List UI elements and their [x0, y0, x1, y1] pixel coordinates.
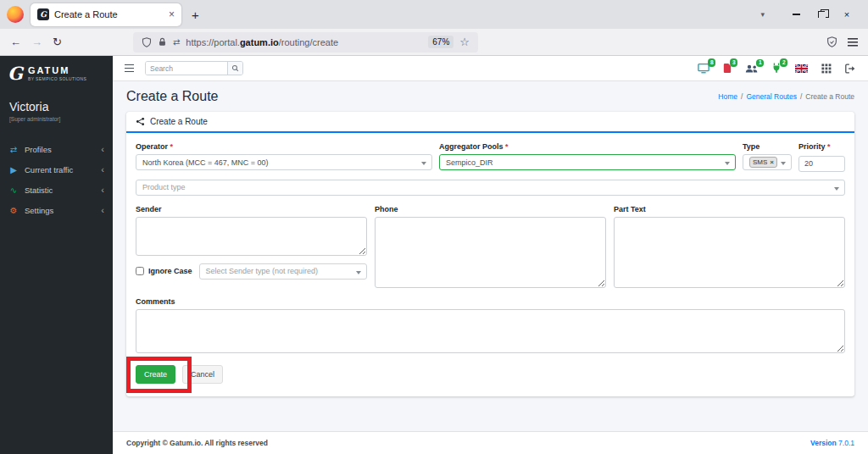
aggregator-pools-label: Aggregator Pools *: [439, 142, 736, 151]
form-row-textareas: Sender Ignore Case Select Sender type (n…: [136, 205, 845, 288]
required-asterisk: *: [827, 142, 831, 151]
comments-field: Comments: [136, 297, 845, 353]
sidebar-item-label: Profiles: [25, 145, 52, 154]
brand[interactable]: G GATUM BY SEMPICO SOLUTIONS: [0, 56, 113, 90]
sidebar-item-label: Statistic: [25, 185, 53, 195]
window-minimize-button[interactable]: [783, 0, 809, 29]
cancel-button[interactable]: Cancel: [182, 365, 223, 384]
sender-textarea[interactable]: [136, 217, 367, 256]
url-domain: gatum.io: [240, 37, 279, 47]
chevron-down-icon: [781, 162, 786, 165]
gatum-logo-icon: G: [8, 64, 23, 82]
type-tag: SMS×: [749, 157, 777, 168]
sender-type-select[interactable]: Select Sender type (not required): [199, 263, 367, 280]
version-number: 7.0.1: [838, 439, 854, 447]
priority-field: Priority *: [798, 142, 845, 172]
search-icon: [231, 64, 239, 72]
breadcrumb-general-routes[interactable]: General Routes: [746, 92, 797, 101]
tab-close-icon[interactable]: ×: [169, 8, 175, 20]
zoom-level-button[interactable]: 67%: [428, 36, 453, 48]
new-tab-button[interactable]: +: [192, 8, 199, 22]
browser-tab[interactable]: G Create a Route ×: [31, 3, 181, 26]
version-text: Version 7.0.1: [810, 439, 854, 447]
sidebar-item-settings[interactable]: ⚙ Settings ‹: [0, 200, 113, 220]
tag-remove-icon[interactable]: ×: [770, 158, 774, 166]
firefox-logo-icon[interactable]: [7, 6, 24, 23]
breadcrumb-home[interactable]: Home: [718, 92, 737, 101]
lock-icon[interactable]: [158, 37, 167, 47]
profiles-icon: ⇄: [8, 145, 19, 154]
create-button[interactable]: Create: [136, 365, 175, 384]
operator-select[interactable]: North Korea (MCC = 467, MNC = 00): [136, 154, 432, 170]
part-text-textarea[interactable]: [614, 217, 845, 288]
browser-toolbar: ← → ↻ ⇄ https://portal.gatum.io/routing/…: [0, 29, 868, 56]
aggregator-pools-select[interactable]: Sempico_DIR: [439, 154, 736, 170]
bookmark-star-icon[interactable]: ☆: [459, 36, 470, 48]
user-panel: Victoria [Super administrator]: [0, 90, 113, 125]
sidebar-item-statistic[interactable]: ∿ Statistic ‹: [0, 180, 113, 200]
page-head: Create a Route Home / General Routes / C…: [126, 89, 854, 104]
chevron-left-icon: ‹: [101, 185, 104, 195]
window-restore-button[interactable]: [809, 0, 834, 29]
chevron-down-icon: [834, 187, 839, 191]
address-bar[interactable]: ⇄ https://portal.gatum.io/routing/create…: [133, 32, 478, 53]
sidebar: G GATUM BY SEMPICO SOLUTIONS Victoria [S…: [0, 56, 113, 454]
logout-button[interactable]: [845, 64, 856, 74]
part-text-column: Part Text: [614, 205, 845, 288]
product-type-placeholder: Product type: [142, 183, 186, 191]
sender-column: Sender Ignore Case Select Sender type (n…: [136, 205, 367, 280]
user-role: [Super administrator]: [9, 116, 103, 122]
logout-icon: [845, 64, 856, 74]
chevron-left-icon: ‹: [101, 205, 104, 215]
sidebar-item-profiles[interactable]: ⇄ Profiles ‹: [0, 139, 113, 159]
ignore-case-checkbox[interactable]: [136, 267, 144, 275]
phone-textarea[interactable]: [375, 217, 606, 288]
back-button[interactable]: ←: [10, 36, 21, 48]
search-input[interactable]: [146, 62, 227, 75]
url-path: /routing/create: [279, 37, 338, 47]
part-text-label: Part Text: [614, 205, 845, 213]
aggregator-pools-field: Aggregator Pools * Sempico_DIR: [439, 142, 736, 172]
comments-label: Comments: [136, 297, 845, 306]
priority-input[interactable]: [798, 156, 845, 172]
operator-value: North Korea (MCC = 467, MNC = 00): [142, 158, 269, 167]
form-actions: Create Cancel: [136, 365, 845, 387]
users-status-button[interactable]: 1: [745, 64, 758, 74]
status-badge: 2: [780, 58, 787, 67]
sim-status-button[interactable]: 3: [723, 63, 732, 74]
reload-button[interactable]: ↻: [53, 36, 62, 48]
chevron-down-icon: [356, 271, 361, 274]
ignore-case-row: Ignore Case Select Sender type (not requ…: [136, 263, 367, 280]
product-type-select[interactable]: Product type: [136, 180, 845, 196]
permissions-icon[interactable]: ⇄: [173, 37, 180, 47]
monitor-status-button[interactable]: 8: [698, 63, 709, 74]
type-select[interactable]: SMS×: [743, 154, 792, 170]
search-button[interactable]: [227, 62, 242, 75]
language-flag-button[interactable]: [795, 64, 808, 73]
card-body: Operator * North Korea (MCC = 467, MNC =…: [126, 133, 854, 396]
chevron-down-icon: [421, 162, 426, 165]
apps-grid-button[interactable]: [821, 64, 832, 74]
list-tabs-chevron-icon[interactable]: ▾: [760, 10, 765, 19]
tracking-shield-icon[interactable]: [142, 37, 152, 47]
window-close-button[interactable]: ×: [834, 0, 860, 29]
push-menu-icon[interactable]: [125, 64, 134, 72]
copyright-text: Copyright © Gatum.io. All rights reserve…: [126, 439, 268, 447]
grid-icon: [821, 64, 832, 74]
sidebar-item-current-traffic[interactable]: ▶ Current traffic ‹: [0, 159, 113, 180]
breadcrumb-current: Create a Route: [805, 92, 854, 101]
route-branch-icon: [136, 117, 145, 126]
extension-shield-icon[interactable]: [826, 36, 837, 47]
forward-button[interactable]: →: [31, 36, 42, 48]
browser-menu-icon[interactable]: [848, 38, 858, 47]
comments-textarea[interactable]: [136, 309, 845, 353]
sidebar-item-label: Current traffic: [25, 165, 73, 174]
chevron-down-icon: [725, 162, 730, 165]
breadcrumb: Home / General Routes / Create a Route: [718, 92, 854, 101]
sender-label: Sender: [136, 205, 367, 213]
minimize-icon: [793, 14, 800, 14]
connection-status-button[interactable]: 2: [771, 63, 782, 74]
required-asterisk: *: [170, 142, 174, 151]
card-header: Create a Route: [126, 112, 854, 133]
browser-tab-bar: G Create a Route × + ▾ ×: [0, 0, 868, 29]
